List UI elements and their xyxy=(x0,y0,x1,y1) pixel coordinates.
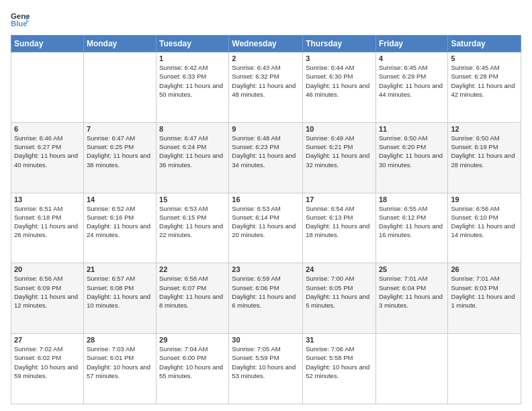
weekday-header-monday: Monday xyxy=(83,36,156,52)
calendar-cell: 6Sunrise: 6:46 AM Sunset: 6:27 PM Daylig… xyxy=(11,122,84,193)
calendar-cell: 13Sunrise: 6:51 AM Sunset: 6:18 PM Dayli… xyxy=(11,193,84,263)
calendar-cell: 4Sunrise: 6:45 AM Sunset: 6:29 PM Daylig… xyxy=(375,52,447,123)
calendar-cell: 29Sunrise: 7:04 AM Sunset: 6:00 PM Dayli… xyxy=(157,334,229,404)
day-number: 9 xyxy=(232,125,300,133)
calendar-cell: 17Sunrise: 6:54 AM Sunset: 6:13 PM Dayli… xyxy=(303,193,376,263)
svg-text:Blue: Blue xyxy=(11,19,28,28)
calendar-cell: 10Sunrise: 6:49 AM Sunset: 6:21 PM Dayli… xyxy=(303,122,376,193)
calendar-cell: 1Sunrise: 6:42 AM Sunset: 6:33 PM Daylig… xyxy=(157,52,229,123)
calendar-cell: 16Sunrise: 6:53 AM Sunset: 6:14 PM Dayli… xyxy=(229,193,303,263)
weekday-header-wednesday: Wednesday xyxy=(229,36,303,52)
day-info: Sunrise: 6:58 AM Sunset: 6:07 PM Dayligh… xyxy=(159,274,226,310)
header: General Blue xyxy=(11,11,521,30)
day-number: 5 xyxy=(451,54,518,62)
day-info: Sunrise: 6:45 AM Sunset: 6:28 PM Dayligh… xyxy=(451,63,518,99)
weekday-header-tuesday: Tuesday xyxy=(157,36,229,52)
day-number: 26 xyxy=(451,265,518,273)
day-info: Sunrise: 6:56 AM Sunset: 6:09 PM Dayligh… xyxy=(14,274,81,310)
calendar-cell: 26Sunrise: 7:01 AM Sunset: 6:03 PM Dayli… xyxy=(448,263,521,334)
calendar-cell: 25Sunrise: 7:01 AM Sunset: 6:04 PM Dayli… xyxy=(375,263,447,334)
day-info: Sunrise: 7:06 AM Sunset: 5:58 PM Dayligh… xyxy=(306,345,373,380)
calendar-cell: 5Sunrise: 6:45 AM Sunset: 6:28 PM Daylig… xyxy=(448,52,521,123)
day-info: Sunrise: 6:53 AM Sunset: 6:14 PM Dayligh… xyxy=(232,204,300,240)
day-number: 21 xyxy=(87,265,153,273)
day-info: Sunrise: 6:52 AM Sunset: 6:16 PM Dayligh… xyxy=(87,204,153,240)
day-info: Sunrise: 6:47 AM Sunset: 6:25 PM Dayligh… xyxy=(87,134,153,169)
day-number: 7 xyxy=(87,125,153,133)
logo-icon: General Blue xyxy=(11,11,30,30)
day-number: 8 xyxy=(159,125,226,133)
calendar-cell: 11Sunrise: 6:50 AM Sunset: 6:20 PM Dayli… xyxy=(375,122,447,193)
calendar-cell: 31Sunrise: 7:06 AM Sunset: 5:58 PM Dayli… xyxy=(303,334,376,404)
calendar-cell: 21Sunrise: 6:57 AM Sunset: 6:08 PM Dayli… xyxy=(83,263,156,334)
day-info: Sunrise: 6:42 AM Sunset: 6:33 PM Dayligh… xyxy=(159,63,226,99)
calendar-cell: 20Sunrise: 6:56 AM Sunset: 6:09 PM Dayli… xyxy=(11,263,84,334)
calendar-cell: 27Sunrise: 7:02 AM Sunset: 6:02 PM Dayli… xyxy=(11,334,84,404)
day-number: 23 xyxy=(232,265,300,273)
calendar-cell: 9Sunrise: 6:48 AM Sunset: 6:23 PM Daylig… xyxy=(229,122,303,193)
calendar-cell: 15Sunrise: 6:53 AM Sunset: 6:15 PM Dayli… xyxy=(157,193,229,263)
calendar-table: SundayMondayTuesdayWednesdayThursdayFrid… xyxy=(11,35,521,404)
day-number: 13 xyxy=(14,195,81,203)
logo: General Blue xyxy=(11,11,30,30)
day-info: Sunrise: 6:43 AM Sunset: 6:32 PM Dayligh… xyxy=(232,63,300,99)
day-number: 2 xyxy=(232,54,300,62)
calendar-cell: 19Sunrise: 6:56 AM Sunset: 6:10 PM Dayli… xyxy=(448,193,521,263)
day-info: Sunrise: 7:02 AM Sunset: 6:02 PM Dayligh… xyxy=(14,345,81,380)
day-info: Sunrise: 7:01 AM Sunset: 6:04 PM Dayligh… xyxy=(379,274,445,310)
day-info: Sunrise: 7:03 AM Sunset: 6:01 PM Dayligh… xyxy=(87,345,153,380)
calendar-cell: 22Sunrise: 6:58 AM Sunset: 6:07 PM Dayli… xyxy=(157,263,229,334)
calendar-cell: 23Sunrise: 6:59 AM Sunset: 6:06 PM Dayli… xyxy=(229,263,303,334)
day-number: 28 xyxy=(87,336,153,344)
day-info: Sunrise: 6:47 AM Sunset: 6:24 PM Dayligh… xyxy=(159,134,226,169)
calendar-cell xyxy=(448,334,521,404)
day-info: Sunrise: 6:46 AM Sunset: 6:27 PM Dayligh… xyxy=(14,134,81,169)
day-info: Sunrise: 6:54 AM Sunset: 6:13 PM Dayligh… xyxy=(306,204,373,240)
week-row-0: 1Sunrise: 6:42 AM Sunset: 6:33 PM Daylig… xyxy=(11,52,521,123)
calendar-cell: 14Sunrise: 6:52 AM Sunset: 6:16 PM Dayli… xyxy=(83,193,156,263)
day-number: 22 xyxy=(159,265,226,273)
day-number: 15 xyxy=(159,195,226,203)
calendar-cell: 24Sunrise: 7:00 AM Sunset: 6:05 PM Dayli… xyxy=(303,263,376,334)
calendar-cell xyxy=(11,52,84,123)
weekday-header-friday: Friday xyxy=(375,36,447,52)
day-info: Sunrise: 7:00 AM Sunset: 6:05 PM Dayligh… xyxy=(306,274,373,310)
day-number: 3 xyxy=(306,54,373,62)
calendar-cell: 18Sunrise: 6:55 AM Sunset: 6:12 PM Dayli… xyxy=(375,193,447,263)
day-number: 11 xyxy=(379,125,445,133)
week-row-3: 20Sunrise: 6:56 AM Sunset: 6:09 PM Dayli… xyxy=(11,263,521,334)
day-info: Sunrise: 6:55 AM Sunset: 6:12 PM Dayligh… xyxy=(379,204,445,240)
day-number: 25 xyxy=(379,265,445,273)
day-info: Sunrise: 6:51 AM Sunset: 6:18 PM Dayligh… xyxy=(14,204,81,240)
day-info: Sunrise: 6:44 AM Sunset: 6:30 PM Dayligh… xyxy=(306,63,373,99)
day-number: 1 xyxy=(159,54,226,62)
calendar-cell xyxy=(83,52,156,123)
day-info: Sunrise: 6:59 AM Sunset: 6:06 PM Dayligh… xyxy=(232,274,300,310)
weekday-header-saturday: Saturday xyxy=(448,36,521,52)
weekday-header-thursday: Thursday xyxy=(303,36,376,52)
weekday-header-row: SundayMondayTuesdayWednesdayThursdayFrid… xyxy=(11,36,521,52)
day-number: 17 xyxy=(306,195,373,203)
calendar-cell: 12Sunrise: 6:50 AM Sunset: 6:19 PM Dayli… xyxy=(448,122,521,193)
week-row-2: 13Sunrise: 6:51 AM Sunset: 6:18 PM Dayli… xyxy=(11,193,521,263)
day-number: 27 xyxy=(14,336,81,344)
calendar-cell: 3Sunrise: 6:44 AM Sunset: 6:30 PM Daylig… xyxy=(303,52,376,123)
week-row-4: 27Sunrise: 7:02 AM Sunset: 6:02 PM Dayli… xyxy=(11,334,521,404)
calendar-cell: 8Sunrise: 6:47 AM Sunset: 6:24 PM Daylig… xyxy=(157,122,229,193)
day-number: 31 xyxy=(306,336,373,344)
calendar-cell xyxy=(375,334,447,404)
day-info: Sunrise: 7:04 AM Sunset: 6:00 PM Dayligh… xyxy=(159,345,226,380)
weekday-header-sunday: Sunday xyxy=(11,36,84,52)
day-info: Sunrise: 6:50 AM Sunset: 6:19 PM Dayligh… xyxy=(451,134,518,169)
day-number: 30 xyxy=(232,336,300,344)
day-info: Sunrise: 6:50 AM Sunset: 6:20 PM Dayligh… xyxy=(379,134,445,169)
day-info: Sunrise: 6:45 AM Sunset: 6:29 PM Dayligh… xyxy=(379,63,445,99)
day-info: Sunrise: 6:56 AM Sunset: 6:10 PM Dayligh… xyxy=(451,204,518,240)
day-number: 4 xyxy=(379,54,445,62)
day-info: Sunrise: 6:57 AM Sunset: 6:08 PM Dayligh… xyxy=(87,274,153,310)
day-number: 10 xyxy=(306,125,373,133)
day-number: 12 xyxy=(451,125,518,133)
day-number: 18 xyxy=(379,195,445,203)
day-number: 24 xyxy=(306,265,373,273)
page: General Blue SundayMondayTuesdayWednesda… xyxy=(0,0,532,411)
